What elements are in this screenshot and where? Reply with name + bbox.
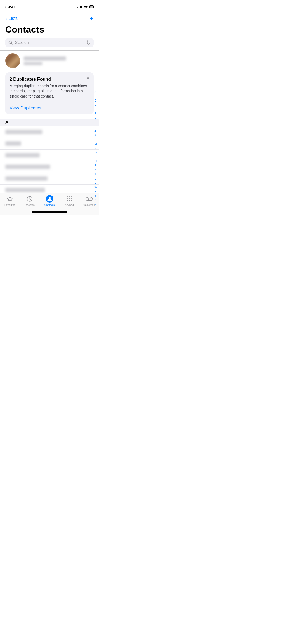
alpha-n[interactable]: N: [94, 146, 98, 150]
alpha-z[interactable]: Z: [94, 198, 98, 202]
duplicates-title: 2 Duplicates Found: [10, 77, 89, 82]
duplicates-card: ✕ 2 Duplicates Found Merging duplicate c…: [5, 72, 94, 114]
tab-favorites[interactable]: Favorites: [0, 195, 20, 206]
contact-row-2[interactable]: [0, 138, 99, 150]
featured-contact[interactable]: [0, 51, 99, 71]
close-button[interactable]: ✕: [86, 76, 90, 80]
alpha-m[interactable]: M: [94, 142, 98, 146]
svg-rect-2: [88, 40, 89, 43]
tab-keypad[interactable]: Keypad: [59, 195, 79, 206]
alpha-x[interactable]: X: [94, 190, 98, 194]
alpha-d[interactable]: D: [94, 103, 98, 107]
search-icon: [8, 40, 13, 45]
contact-name-2: [5, 141, 21, 146]
svg-point-9: [69, 196, 70, 197]
svg-point-7: [49, 197, 51, 199]
home-indicator: [32, 211, 67, 213]
keypad-icon: [66, 195, 73, 203]
nav-header: ‹ Lists +: [0, 12, 99, 23]
favorites-label: Favorites: [4, 204, 15, 206]
alpha-f[interactable]: F: [94, 112, 98, 116]
svg-line-1: [11, 43, 13, 45]
signal-icon: [77, 5, 82, 8]
battery-icon: 100: [89, 5, 94, 8]
contact-info: [24, 56, 94, 65]
section-letter: A: [5, 120, 8, 125]
svg-point-18: [90, 198, 93, 201]
recents-icon: [26, 195, 34, 203]
alpha-a[interactable]: A: [94, 90, 98, 94]
contact-row-1[interactable]: [0, 126, 99, 138]
svg-point-14: [67, 200, 68, 201]
svg-point-11: [67, 198, 68, 199]
alpha-l[interactable]: L: [94, 137, 98, 141]
wifi-icon: [84, 5, 88, 8]
search-container: Search: [0, 38, 99, 50]
status-icons: 100: [77, 5, 94, 8]
svg-point-13: [71, 198, 72, 199]
alpha-j[interactable]: J: [94, 129, 98, 133]
alpha-k[interactable]: K: [94, 133, 98, 137]
status-time: 09:41: [5, 5, 16, 9]
alpha-y[interactable]: Y: [94, 194, 98, 198]
alpha-h[interactable]: H: [94, 120, 98, 124]
back-button[interactable]: ‹ Lists: [5, 16, 18, 21]
tab-recents[interactable]: Recents: [20, 195, 40, 206]
alpha-o[interactable]: O: [94, 150, 98, 154]
alpha-r[interactable]: R: [94, 164, 98, 168]
svg-point-12: [69, 198, 70, 199]
contact-name-5: [5, 176, 48, 181]
alphabet-index: A B C D E F G H I J K L M N O P Q R S T …: [94, 90, 98, 207]
alpha-w[interactable]: W: [94, 185, 98, 189]
search-placeholder: Search: [15, 40, 84, 45]
contacts-icon: [46, 195, 53, 203]
duplicates-description: Merging duplicate cards for a contact co…: [10, 84, 89, 99]
alpha-g[interactable]: G: [94, 116, 98, 120]
page-title: Contacts: [5, 24, 94, 35]
recents-label: Recents: [25, 204, 35, 206]
alpha-t[interactable]: T: [94, 172, 98, 176]
alpha-hash[interactable]: #: [94, 203, 98, 206]
page-title-section: Contacts: [0, 23, 99, 38]
contact-name-3: [5, 153, 40, 157]
svg-point-17: [86, 198, 88, 201]
avatar-image: [5, 53, 20, 68]
contact-name-4: [5, 165, 50, 169]
voicemail-icon: [86, 195, 93, 203]
contact-sub-blurred: [24, 62, 42, 65]
contact-name-6: [5, 188, 45, 192]
svg-point-8: [67, 196, 68, 197]
alpha-v[interactable]: V: [94, 181, 98, 185]
contacts-list: A: [0, 119, 99, 196]
alpha-c[interactable]: C: [94, 99, 98, 103]
contact-name-blurred: [24, 56, 66, 61]
keypad-label: Keypad: [65, 204, 74, 206]
alpha-p[interactable]: P: [94, 155, 98, 159]
alpha-u[interactable]: U: [94, 177, 98, 181]
view-duplicates-button[interactable]: View Duplicates: [10, 102, 89, 114]
section-header-a: A: [0, 119, 99, 126]
chevron-left-icon: ‹: [5, 16, 7, 21]
svg-point-15: [69, 200, 70, 201]
alpha-q[interactable]: Q: [94, 159, 98, 163]
alpha-b[interactable]: B: [94, 94, 98, 98]
avatar: [5, 53, 20, 68]
tab-contacts[interactable]: Contacts: [40, 195, 59, 206]
back-label: Lists: [8, 16, 18, 21]
mic-icon: [86, 40, 91, 45]
status-bar: 09:41 100: [0, 0, 99, 12]
contact-name-1: [5, 130, 42, 134]
contact-row-4[interactable]: [0, 161, 99, 173]
svg-point-10: [71, 196, 72, 197]
svg-point-16: [71, 200, 72, 201]
contact-row-5[interactable]: [0, 173, 99, 185]
voicemail-label: Voicemail: [83, 204, 95, 206]
contacts-label: Contacts: [44, 204, 55, 206]
add-button[interactable]: +: [89, 15, 94, 22]
alpha-e[interactable]: E: [94, 107, 98, 111]
favorites-icon: [6, 195, 14, 203]
contact-row-3[interactable]: [0, 150, 99, 161]
alpha-i[interactable]: I: [94, 125, 98, 128]
search-bar[interactable]: Search: [5, 38, 94, 47]
alpha-s[interactable]: S: [94, 168, 98, 172]
